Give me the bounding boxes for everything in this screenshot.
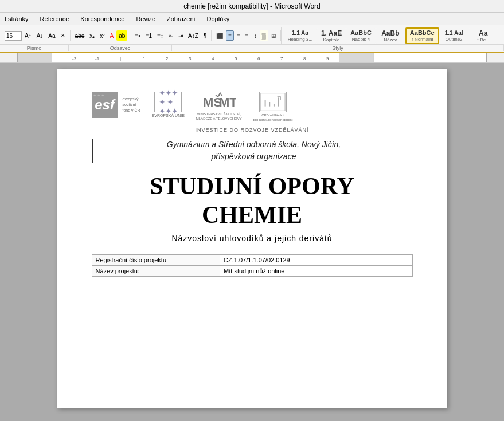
style-normalni-preview: AaBbCc <box>410 30 435 36</box>
sort-btn[interactable]: A↕Z <box>186 30 201 41</box>
label-pismo: Písmo <box>0 45 69 51</box>
svg-text:7: 7 <box>280 56 283 61</box>
label-styly: Styly <box>172 45 504 51</box>
svg-text:MT: MT <box>219 95 236 109</box>
align-center-btn[interactable]: ≡ <box>226 30 234 41</box>
style-outline2-preview: 1.1 AaI <box>445 30 463 36</box>
align-left-btn[interactable]: ⬛ <box>214 30 225 41</box>
svg-text:9: 9 <box>326 56 329 61</box>
menu-item-zobrazeni[interactable]: Zobrazení <box>165 14 198 23</box>
op-icon <box>259 92 287 112</box>
borders-btn[interactable]: ⊞ <box>269 30 278 41</box>
esf-logo-text: esf <box>95 97 115 113</box>
highlight-btn[interactable]: ab <box>116 30 127 41</box>
style-be[interactable]: Aa ↑ Be... <box>469 28 498 44</box>
style-outline2-label: Outline2 <box>446 37 463 42</box>
style-nadpis4-label: Nadpis 4 <box>352 37 370 42</box>
svg-rect-19 <box>261 93 285 111</box>
aa-btn[interactable]: Aa <box>46 30 57 41</box>
list-group: ≡• ≡1 ≡↕ ⇤ ⇥ A↕Z ¶ <box>130 30 212 41</box>
ribbon: A↑ A↓ Aa ✕ abe x₂ x² A ab ≡• ≡1 ≡↕ ⇤ ⇥ A… <box>0 25 504 53</box>
table-row: Název projektu: Mít studijní nůž online <box>92 266 412 277</box>
font-size-up-btn[interactable]: A↑ <box>22 30 34 41</box>
increase-indent-btn[interactable]: ⇥ <box>176 30 185 41</box>
menu-item-doplnky[interactable]: Doplňky <box>205 14 232 23</box>
eu-stars-box: ✦✦✦✦ ✦✦✦✦ <box>154 92 182 112</box>
logo-msmt: MŠ MT MINISTERSTVO ŠKOLSTVÍ, MLÁDEŽE A T… <box>196 92 242 121</box>
op-label: OP Vzdělávání pro konkurenceschopnost <box>253 113 293 123</box>
clear-format-btn[interactable]: ✕ <box>58 30 68 41</box>
strikethrough-btn[interactable]: abe <box>73 30 87 41</box>
main-title-line1: STUDIJNÍ OPORY <box>92 172 413 200</box>
table-cell-value-1: CZ.1.07/1.1.07/02.0129 <box>220 255 412 266</box>
logo-esf: ✦✦✦ esf evropský sociální fond v ČR <box>92 92 140 118</box>
font-group: A↑ A↓ Aa ✕ <box>2 30 71 41</box>
style-nazev[interactable]: AaBb Název <box>376 28 405 44</box>
style-heading3-label: Heading 3... <box>288 37 312 42</box>
menu-item-reference[interactable]: Reference <box>38 14 72 23</box>
esf-line1: evropský sociální fond v ČR <box>123 96 140 113</box>
style-heading3[interactable]: 1.1 Aa Heading 3... <box>284 29 317 44</box>
style-kapitola-label: Kapitola <box>323 37 340 42</box>
esf-text: evropský sociální fond v ČR <box>123 96 140 113</box>
document-area: ✦✦✦ esf evropský sociální fond v ČR ✦✦✦✦… <box>0 63 504 414</box>
svg-text:3: 3 <box>189 56 192 61</box>
style-be-label: ↑ Be... <box>476 37 490 42</box>
label-odstavec: Odsavec <box>69 45 172 51</box>
font-color-btn[interactable]: A <box>108 30 116 41</box>
title-bar: chemie [režim kompatibility] - Microsoft… <box>0 0 504 13</box>
msmt-icon: MŠ MT <box>202 92 236 112</box>
table-cell-label-1: Registrační číslo projektu: <box>92 255 220 266</box>
school-name: Gymnázium a Střední odborná škola, Nový … <box>92 139 413 163</box>
logo-area: ✦✦✦ esf evropský sociální fond v ČR ✦✦✦✦… <box>92 92 413 123</box>
alignment-group: ⬛ ≡ ≡ ≡ ↕ ▒ ⊞ <box>212 30 281 41</box>
style-heading3-preview: 1.1 Aa <box>292 30 308 36</box>
logo-op: OP Vzdělávání pro konkurenceschopnost <box>253 92 293 123</box>
title-text: chemie [režim kompatibility] - Microsoft… <box>183 2 321 10</box>
menu-item-stránky[interactable]: t stránky <box>2 14 31 23</box>
style-normalni[interactable]: AaBbCc ↑ Normální <box>405 27 439 44</box>
menu-item-korespondence[interactable]: Korespondence <box>78 14 127 23</box>
svg-text:2: 2 <box>166 56 169 61</box>
page: ✦✦✦ esf evropský sociální fond v ČR ✦✦✦✦… <box>57 69 447 408</box>
multilevel-btn[interactable]: ≡↕ <box>155 30 166 41</box>
investice-text: INVESTICE DO ROZVOJE VZDĚLÁVÁNÍ <box>92 127 413 133</box>
school-name-text: Gymnázium a Střední odborná škola, Nový … <box>167 140 341 161</box>
svg-text:8: 8 <box>303 56 306 61</box>
info-table: Registrační číslo projektu: CZ.1.07/1.1.… <box>92 254 413 277</box>
menu-item-revize[interactable]: Revize <box>134 14 158 23</box>
paragraph-marks-btn[interactable]: ¶ <box>201 30 209 41</box>
styles-bar: 1.1 Aa Heading 3... 1. AaE Kapitola AaBb… <box>281 27 502 44</box>
style-kapitola[interactable]: 1. AaE Kapitola <box>317 28 346 44</box>
numbering-btn[interactable]: ≡1 <box>143 30 154 41</box>
style-be-preview: Aa <box>479 30 487 37</box>
style-nadpis4[interactable]: AaBbC Nadpis 4 <box>346 28 376 44</box>
msmt-label: MINISTERSTVO ŠKOLSTVÍ, MLÁDEŽE A TĚLOVÝC… <box>196 112 242 121</box>
shading-btn[interactable]: ▒ <box>260 30 268 41</box>
table-cell-label-2: Název projektu: <box>92 266 220 277</box>
font-size-input[interactable] <box>5 31 22 41</box>
svg-text:1: 1 <box>143 56 146 61</box>
subscript-btn[interactable]: x₂ <box>87 30 97 41</box>
font-size-down-btn[interactable]: A↓ <box>34 30 46 41</box>
ribbon-section-labels: Písmo Odsavec Styly <box>0 44 504 52</box>
svg-rect-2 <box>18 53 52 63</box>
svg-text:4: 4 <box>212 56 214 61</box>
align-right-btn[interactable]: ≡ <box>235 30 243 41</box>
main-title: STUDIJNÍ OPORY CHEMIE <box>92 172 413 230</box>
style-kapitola-preview: 1. AaE <box>321 30 342 37</box>
bullets-btn[interactable]: ≡• <box>132 30 142 41</box>
svg-text:-1: -1 <box>95 56 100 61</box>
decrease-indent-btn[interactable]: ⇤ <box>166 30 175 41</box>
svg-rect-3 <box>339 53 373 63</box>
style-outline2[interactable]: 1.1 AaI Outline2 <box>440 29 468 44</box>
line-spacing-btn[interactable]: ↕ <box>252 30 259 41</box>
justify-btn[interactable]: ≡ <box>243 30 251 41</box>
table-row: Registrační číslo projektu: CZ.1.07/1.1.… <box>92 255 412 266</box>
superscript-btn[interactable]: x² <box>97 30 107 41</box>
format-group: abe x₂ x² A ab <box>71 30 131 41</box>
main-title-line2: CHEMIE <box>92 200 413 229</box>
style-nazev-preview: AaBb <box>381 30 399 37</box>
style-nazev-label: Název <box>384 37 397 42</box>
table-cell-value-2: Mít studijní nůž online <box>220 266 412 277</box>
